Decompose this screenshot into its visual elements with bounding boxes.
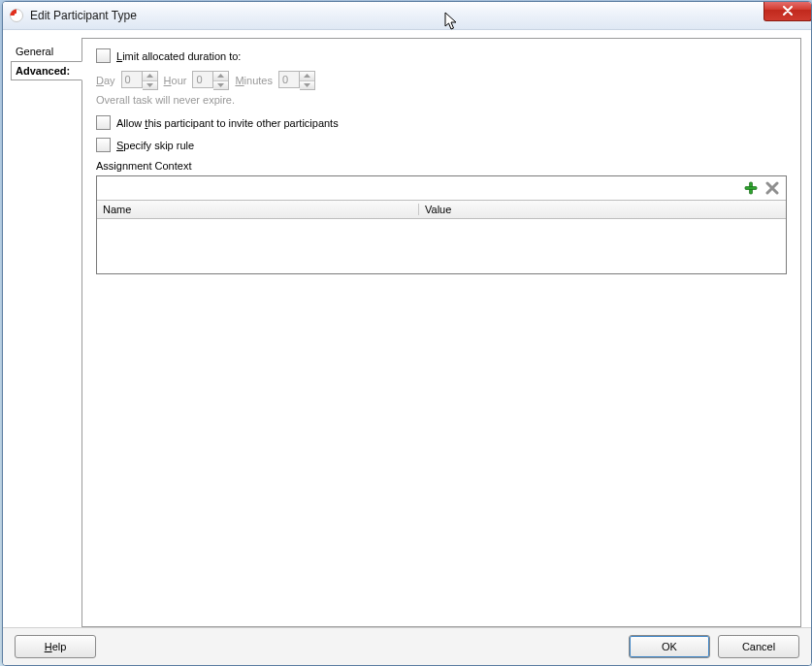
assignment-context-toolbar (97, 176, 786, 201)
assignment-context-label: Assignment Context (96, 160, 787, 172)
hour-input (192, 71, 213, 88)
expire-hint: Overall task will never expire. (96, 94, 787, 106)
skip-rule-label: Specify skip rule (116, 140, 194, 151)
close-button[interactable] (763, 1, 812, 21)
assignment-context-header: Name Value (97, 201, 786, 219)
assignment-context-body[interactable] (97, 219, 786, 273)
cancel-button[interactable]: Cancel (718, 635, 799, 658)
svg-point-1 (15, 14, 19, 18)
plus-icon (744, 181, 758, 195)
minutes-down (300, 81, 314, 90)
limit-duration-label: Limit allocated duration to: (116, 50, 241, 62)
dialog-body: General Advanced: Limit allocated durati… (3, 30, 811, 627)
tab-advanced[interactable]: Advanced: (11, 61, 82, 80)
app-icon (9, 8, 24, 23)
delete-button[interactable] (764, 180, 780, 196)
day-up (143, 72, 157, 81)
day-down (143, 81, 157, 90)
hour-down (213, 81, 228, 90)
minutes-up (300, 72, 314, 81)
tab-list: General Advanced: (11, 38, 82, 627)
svg-rect-3 (745, 187, 757, 190)
duration-row: Day Hour Minutes (96, 71, 787, 90)
dialog-window: Edit Participant Type General Advanced: … (2, 1, 812, 666)
allow-invite-row: Allow this participant to invite other p… (96, 115, 787, 130)
titlebar: Edit Participant Type (3, 2, 811, 30)
add-button[interactable] (743, 180, 759, 196)
minutes-spinner[interactable] (278, 71, 315, 90)
limit-duration-row: Limit allocated duration to: (96, 48, 787, 63)
minutes-input (278, 71, 300, 88)
hour-spinner[interactable] (192, 71, 229, 90)
help-button[interactable]: Help (15, 635, 96, 658)
skip-rule-checkbox[interactable] (96, 138, 111, 152)
minutes-label: Minutes (235, 75, 273, 86)
close-icon (782, 6, 794, 16)
hour-up (213, 72, 228, 81)
dialog-footer: Help OK Cancel (3, 627, 811, 665)
col-name-header[interactable]: Name (97, 204, 419, 215)
col-value-header[interactable]: Value (419, 204, 786, 215)
tab-general[interactable]: General (11, 42, 82, 61)
x-icon (765, 181, 779, 195)
day-spinner[interactable] (121, 71, 158, 90)
tab-content-advanced: Limit allocated duration to: Day Hour (81, 38, 801, 627)
ok-button[interactable]: OK (629, 635, 710, 658)
allow-invite-label: Allow this participant to invite other p… (116, 117, 339, 129)
skip-rule-row: Specify skip rule (96, 138, 787, 152)
limit-duration-checkbox[interactable] (96, 48, 111, 63)
assignment-context-box: Name Value (96, 175, 787, 274)
day-label: Day (96, 75, 115, 86)
allow-invite-checkbox[interactable] (96, 115, 111, 130)
window-title: Edit Participant Type (30, 9, 137, 22)
day-input (121, 71, 143, 88)
hour-label: Hour (164, 75, 187, 86)
